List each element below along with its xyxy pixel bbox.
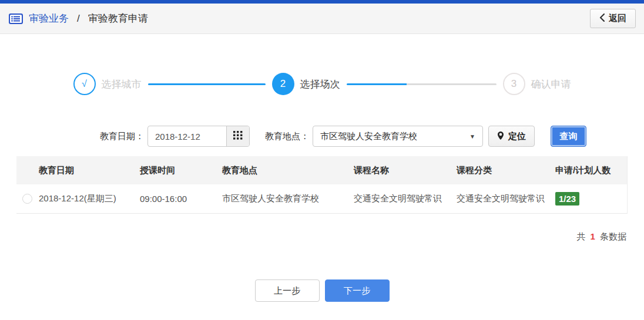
applicants-ratio-badge: 1/23: [555, 192, 579, 206]
page-header: 审验业务 / 审验教育申请 返回: [0, 4, 644, 34]
locate-button[interactable]: 定位: [488, 126, 535, 147]
cell-course-name: 交通安全文明驾驶常识: [354, 193, 457, 204]
previous-step-button[interactable]: 上一步: [255, 279, 320, 302]
step-2-label: 选择场次: [300, 78, 340, 91]
col-class-time: 授课时间: [140, 165, 222, 176]
step-confirm-application: 3 确认申请: [503, 73, 571, 95]
step-1-check-icon: √: [73, 73, 96, 95]
cell-education-date: 2018-12-12(星期三): [39, 193, 140, 204]
step-3-label: 确认申请: [531, 78, 571, 91]
sessions-table: 教育日期 授课时间 教育地点 课程名称 课程分类 申请/计划人数 2018-12…: [16, 156, 628, 214]
education-date-input[interactable]: [148, 126, 226, 146]
next-step-button[interactable]: 下一步: [325, 279, 390, 302]
step-1-label: 选择城市: [102, 78, 142, 91]
wizard-footer: 上一步 下一步: [0, 279, 644, 302]
col-education-date: 教育日期: [39, 165, 140, 176]
summary-suffix: 条数据: [600, 231, 626, 241]
locate-button-label: 定位: [508, 131, 526, 142]
education-date-group: [147, 126, 250, 147]
col-applicants-ratio: 申请/计划人数: [555, 165, 627, 176]
col-education-location: 教育地点: [222, 165, 354, 176]
breadcrumb: 审验业务 / 审验教育申请: [8, 12, 148, 25]
cell-education-location: 市区驾驶人安全教育学校: [222, 193, 354, 204]
summary-prefix: 共: [576, 231, 585, 241]
step-2-number: 2: [272, 73, 294, 95]
row-radio-cell: [16, 194, 39, 204]
cell-applicants-ratio: 1/23: [555, 192, 627, 206]
education-location-label: 教育地点：: [265, 131, 309, 142]
step-select-session: 2 选择场次: [272, 73, 340, 95]
education-date-label: 教育日期：: [100, 131, 144, 142]
back-button-label: 返回: [609, 13, 626, 24]
back-button[interactable]: 返回: [590, 9, 636, 28]
chevron-left-icon: [599, 14, 605, 23]
step-select-city: √ 选择城市: [73, 73, 142, 95]
map-pin-icon: [497, 131, 504, 142]
calendar-grid-icon: [233, 131, 243, 142]
cell-course-category: 交通安全文明驾驶常识: [457, 193, 555, 204]
col-course-name: 课程名称: [354, 165, 457, 176]
education-location-select[interactable]: 市区驾驶人安全教育学校 ▼: [313, 126, 483, 147]
record-count: 1: [590, 231, 595, 241]
stepper-connector-1: [148, 83, 266, 85]
stepper-connector-2: [347, 83, 497, 85]
breadcrumb-page-title: 审验教育申请: [88, 12, 148, 25]
breadcrumb-section[interactable]: 审验业务: [29, 12, 69, 25]
education-location-value: 市区驾驶人安全教育学校: [320, 131, 417, 142]
wizard-stepper: √ 选择城市 2 选择场次 3 确认申请: [0, 73, 644, 95]
cell-class-time: 09:00-16:00: [140, 194, 222, 204]
table-header-row: 教育日期 授课时间 教育地点 课程名称 课程分类 申请/计划人数: [16, 156, 627, 184]
dropdown-arrow-icon: ▼: [469, 133, 475, 140]
calendar-picker-button[interactable]: [226, 126, 249, 146]
table-row[interactable]: 2018-12-12(星期三) 09:00-16:00 市区驾驶人安全教育学校 …: [16, 184, 627, 214]
list-form-icon: [8, 13, 24, 25]
record-count-summary: 共 1 条数据: [18, 231, 626, 242]
breadcrumb-separator: /: [77, 13, 80, 25]
step-3-number: 3: [503, 73, 525, 95]
col-course-category: 课程分类: [457, 165, 555, 176]
filter-bar: 教育日期： 教育地点： 市区驾驶人安全教育学校 ▼ 定位 查询: [100, 126, 644, 147]
search-button[interactable]: 查询: [551, 126, 586, 147]
session-radio-button[interactable]: [22, 194, 32, 204]
